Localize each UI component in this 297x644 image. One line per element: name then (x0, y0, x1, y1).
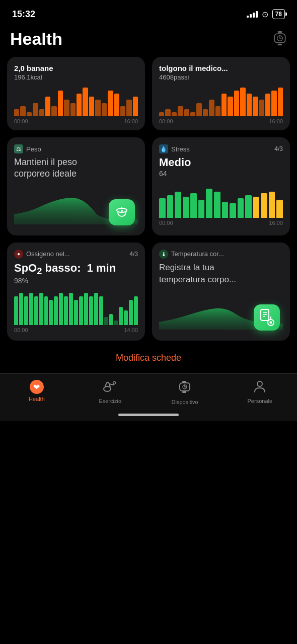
passi-sub: 4608passi (159, 73, 283, 81)
nav-item-dispositivo[interactable]: Dispositivo (164, 380, 206, 405)
watch-icon[interactable] (273, 30, 287, 48)
banane-chart (14, 86, 138, 116)
svg-rect-19 (182, 381, 186, 382)
ossigeno-icon: ● (14, 250, 23, 259)
nav-label-dispositivo: Dispositivo (172, 399, 198, 405)
passi-title: tolgono il medico... (159, 64, 283, 72)
temperatura-header: 🌡 Temperatura cor... (159, 250, 283, 259)
svg-rect-1 (278, 43, 282, 45)
status-icons: ⊙ 78 (247, 9, 285, 19)
passi-card[interactable]: tolgono il medico... 4608passi 00:00 16:… (152, 57, 290, 130)
ossigeno-title: Ossigeno nel... (26, 250, 70, 258)
stress-header: 💧 Stress 4/3 (159, 144, 283, 153)
ossigeno-badge: 4/3 (129, 251, 138, 258)
status-time: 15:32 (12, 9, 35, 20)
wifi-icon: ⊙ (262, 10, 268, 19)
ossigeno-value2: 98% (14, 277, 138, 285)
passi-chart (159, 86, 283, 116)
esercizio-icon (103, 380, 117, 396)
bottom-nav: ❤ Health Esercizio Dispositivo (0, 373, 297, 405)
stress-title: Stress (171, 145, 190, 153)
stress-times: 00:00 16:00 (159, 220, 283, 226)
page-title: Health (10, 29, 62, 49)
ossigeno-chart (14, 290, 138, 325)
ossigeno-times: 00:00 14:00 (14, 327, 138, 333)
passi-times: 00:00 16:00 (159, 118, 283, 124)
battery-indicator: 78 (272, 9, 285, 19)
nav-item-esercizio[interactable]: Esercizio (90, 380, 130, 404)
peso-visual (14, 184, 138, 229)
banane-times: 00:00 16:00 (14, 118, 138, 124)
stress-chart (159, 183, 283, 218)
peso-title: Peso (26, 145, 41, 153)
temperatura-description: Registra la tua temperatura corpo... (159, 262, 283, 286)
health-icon: ❤ (30, 380, 44, 394)
temperatura-card[interactable]: 🌡 Temperatura cor... Registra la tua tem… (152, 243, 290, 341)
temperatura-app-icon (254, 304, 280, 331)
health-grid: 2,0 banane 196,1kcal 00:00 16:00 tolgono… (0, 57, 297, 341)
ossigeno-value1: SpO2 basso: 1 min (14, 262, 138, 277)
banane-title: 2,0 banane (14, 64, 138, 72)
svg-rect-20 (182, 391, 186, 393)
temperatura-visual (159, 289, 283, 335)
stress-value: Medio (159, 156, 283, 169)
banane-card[interactable]: 2,0 banane 196,1kcal 00:00 16:00 (7, 57, 145, 130)
nav-label-esercizio: Esercizio (99, 398, 121, 404)
dispositivo-icon (179, 380, 190, 397)
temperatura-icon: 🌡 (159, 250, 168, 259)
svg-point-25 (257, 381, 262, 386)
status-bar: 15:32 ⊙ 78 (0, 0, 297, 25)
peso-app-icon (109, 199, 135, 225)
peso-description: Mantieni il peso corporeo ideale (14, 156, 138, 180)
modifica-button[interactable]: Modifica schede (116, 353, 181, 363)
svg-rect-0 (278, 31, 282, 33)
stress-badge: 4/3 (274, 145, 283, 152)
ossigeno-card[interactable]: ● Ossigeno nel... 4/3 SpO2 basso: 1 min … (7, 243, 145, 341)
page-header: Health (0, 25, 297, 57)
svg-point-9 (121, 210, 123, 212)
ossigeno-header: ● Ossigeno nel... 4/3 (14, 250, 138, 259)
peso-header: ⚖ Peso (14, 144, 138, 153)
svg-point-18 (113, 382, 115, 384)
stress-numeric: 64 (159, 170, 283, 178)
nav-item-personale[interactable]: Personale (240, 380, 281, 404)
signal-icon (247, 11, 258, 18)
svg-point-16 (270, 321, 272, 324)
stress-card[interactable]: 💧 Stress 4/3 Medio 64 00:00 16:00 (152, 137, 290, 235)
peso-icon: ⚖ (14, 144, 23, 153)
peso-card[interactable]: ⚖ Peso Mantieni il peso corporeo ideale (7, 137, 145, 235)
nav-label-personale: Personale (248, 398, 273, 404)
nav-label-health: Health (29, 396, 45, 402)
temperatura-title: Temperatura cor... (171, 250, 224, 258)
home-bar (118, 414, 179, 416)
stress-icon: 💧 (159, 144, 168, 153)
modifica-row: Modifica schede (0, 341, 297, 373)
banane-sub: 196,1kcal (14, 73, 138, 81)
home-indicator (0, 405, 297, 421)
svg-point-17 (104, 386, 111, 391)
svg-rect-10 (261, 309, 269, 320)
nav-item-health[interactable]: ❤ Health (17, 380, 57, 402)
personale-icon (254, 380, 266, 396)
